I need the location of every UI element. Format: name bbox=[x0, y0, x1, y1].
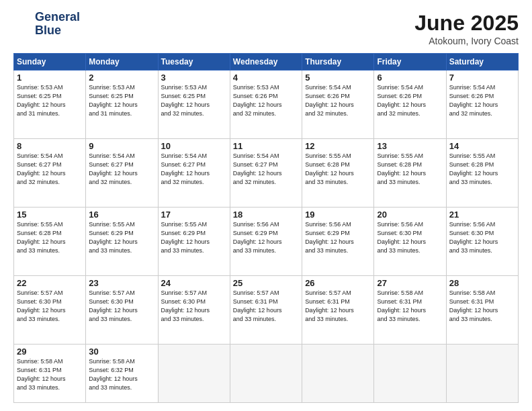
day-number: 9 bbox=[89, 141, 154, 151]
day-number: 30 bbox=[89, 347, 154, 357]
day-number: 16 bbox=[89, 210, 154, 220]
calendar-header-sunday: Sunday bbox=[14, 54, 86, 71]
calendar-day: 11Sunrise: 5:54 AM Sunset: 6:27 PM Dayli… bbox=[230, 138, 302, 207]
calendar-header-wednesday: Wednesday bbox=[230, 54, 302, 71]
calendar-day: 26Sunrise: 5:57 AM Sunset: 6:31 PM Dayli… bbox=[302, 275, 374, 344]
day-info: Sunrise: 5:55 AM Sunset: 6:28 PM Dayligh… bbox=[17, 220, 83, 255]
calendar-day: 27Sunrise: 5:58 AM Sunset: 6:31 PM Dayli… bbox=[374, 275, 446, 344]
calendar-day: 6Sunrise: 5:54 AM Sunset: 6:26 PM Daylig… bbox=[374, 71, 446, 139]
day-number: 13 bbox=[377, 141, 443, 151]
calendar-day: 10Sunrise: 5:54 AM Sunset: 6:27 PM Dayli… bbox=[158, 138, 230, 207]
logo-line1: General bbox=[35, 11, 80, 24]
day-number: 1 bbox=[17, 73, 83, 83]
day-number: 24 bbox=[161, 278, 227, 288]
calendar-header-tuesday: Tuesday bbox=[158, 54, 230, 71]
calendar-week-4: 22Sunrise: 5:57 AM Sunset: 6:30 PM Dayli… bbox=[14, 275, 519, 344]
day-info: Sunrise: 5:57 AM Sunset: 6:31 PM Dayligh… bbox=[305, 289, 371, 324]
calendar-day: 8Sunrise: 5:54 AM Sunset: 6:27 PM Daylig… bbox=[14, 138, 86, 207]
calendar-day: 13Sunrise: 5:55 AM Sunset: 6:28 PM Dayli… bbox=[374, 138, 446, 207]
day-number: 2 bbox=[89, 73, 154, 83]
day-number: 18 bbox=[233, 210, 299, 220]
day-number: 21 bbox=[449, 210, 515, 220]
day-info: Sunrise: 5:54 AM Sunset: 6:26 PM Dayligh… bbox=[377, 83, 443, 118]
calendar-day bbox=[302, 344, 374, 402]
calendar-day: 21Sunrise: 5:56 AM Sunset: 6:30 PM Dayli… bbox=[446, 207, 518, 275]
calendar-day: 28Sunrise: 5:58 AM Sunset: 6:31 PM Dayli… bbox=[446, 275, 518, 344]
day-info: Sunrise: 5:54 AM Sunset: 6:26 PM Dayligh… bbox=[305, 83, 371, 118]
day-info: Sunrise: 5:58 AM Sunset: 6:31 PM Dayligh… bbox=[449, 289, 515, 324]
day-info: Sunrise: 5:55 AM Sunset: 6:28 PM Dayligh… bbox=[305, 152, 371, 187]
day-info: Sunrise: 5:55 AM Sunset: 6:29 PM Dayligh… bbox=[89, 220, 154, 255]
day-info: Sunrise: 5:56 AM Sunset: 6:29 PM Dayligh… bbox=[305, 220, 371, 255]
logo-line2: Blue bbox=[35, 24, 80, 38]
day-number: 10 bbox=[161, 141, 227, 151]
calendar-week-3: 15Sunrise: 5:55 AM Sunset: 6:28 PM Dayli… bbox=[14, 207, 519, 275]
calendar-day bbox=[446, 344, 518, 402]
calendar-table: SundayMondayTuesdayWednesdayThursdayFrid… bbox=[13, 53, 519, 403]
calendar-day: 1Sunrise: 5:53 AM Sunset: 6:25 PM Daylig… bbox=[14, 71, 86, 139]
calendar-day: 2Sunrise: 5:53 AM Sunset: 6:25 PM Daylig… bbox=[86, 71, 158, 139]
day-number: 14 bbox=[449, 141, 515, 151]
day-info: Sunrise: 5:53 AM Sunset: 6:25 PM Dayligh… bbox=[17, 83, 83, 118]
calendar-day: 7Sunrise: 5:54 AM Sunset: 6:26 PM Daylig… bbox=[446, 71, 518, 139]
day-info: Sunrise: 5:57 AM Sunset: 6:30 PM Dayligh… bbox=[17, 289, 83, 324]
logo-text: General Blue bbox=[35, 11, 80, 38]
day-number: 5 bbox=[305, 73, 371, 83]
day-info: Sunrise: 5:58 AM Sunset: 6:32 PM Dayligh… bbox=[89, 357, 154, 392]
calendar-day: 29Sunrise: 5:58 AM Sunset: 6:31 PM Dayli… bbox=[14, 344, 86, 402]
calendar-day bbox=[158, 344, 230, 402]
day-info: Sunrise: 5:55 AM Sunset: 6:29 PM Dayligh… bbox=[161, 220, 227, 255]
calendar-week-5: 29Sunrise: 5:58 AM Sunset: 6:31 PM Dayli… bbox=[14, 344, 519, 402]
day-info: Sunrise: 5:56 AM Sunset: 6:30 PM Dayligh… bbox=[449, 220, 515, 255]
day-info: Sunrise: 5:57 AM Sunset: 6:31 PM Dayligh… bbox=[233, 289, 299, 324]
calendar-day: 19Sunrise: 5:56 AM Sunset: 6:29 PM Dayli… bbox=[302, 207, 374, 275]
day-info: Sunrise: 5:54 AM Sunset: 6:27 PM Dayligh… bbox=[89, 152, 154, 187]
subtitle: Atokoum, Ivory Coast bbox=[414, 36, 519, 46]
day-info: Sunrise: 5:56 AM Sunset: 6:29 PM Dayligh… bbox=[233, 220, 299, 255]
day-info: Sunrise: 5:57 AM Sunset: 6:30 PM Dayligh… bbox=[161, 289, 227, 324]
day-info: Sunrise: 5:53 AM Sunset: 6:25 PM Dayligh… bbox=[89, 83, 154, 118]
day-info: Sunrise: 5:55 AM Sunset: 6:28 PM Dayligh… bbox=[377, 152, 443, 187]
calendar-day: 14Sunrise: 5:55 AM Sunset: 6:28 PM Dayli… bbox=[446, 138, 518, 207]
calendar-day: 22Sunrise: 5:57 AM Sunset: 6:30 PM Dayli… bbox=[14, 275, 86, 344]
calendar-header-saturday: Saturday bbox=[446, 54, 518, 71]
calendar-day: 24Sunrise: 5:57 AM Sunset: 6:30 PM Dayli… bbox=[158, 275, 230, 344]
day-number: 19 bbox=[305, 210, 371, 220]
calendar-day: 4Sunrise: 5:53 AM Sunset: 6:26 PM Daylig… bbox=[230, 71, 302, 139]
calendar-day bbox=[374, 344, 446, 402]
page: General Blue June 2025 Atokoum, Ivory Co… bbox=[0, 0, 532, 411]
calendar-week-1: 1Sunrise: 5:53 AM Sunset: 6:25 PM Daylig… bbox=[14, 71, 519, 139]
calendar-day: 17Sunrise: 5:55 AM Sunset: 6:29 PM Dayli… bbox=[158, 207, 230, 275]
calendar-header-monday: Monday bbox=[86, 54, 158, 71]
day-number: 27 bbox=[377, 278, 443, 288]
day-info: Sunrise: 5:56 AM Sunset: 6:30 PM Dayligh… bbox=[377, 220, 443, 255]
day-number: 25 bbox=[233, 278, 299, 288]
calendar-day: 20Sunrise: 5:56 AM Sunset: 6:30 PM Dayli… bbox=[374, 207, 446, 275]
main-title: June 2025 bbox=[414, 11, 519, 36]
calendar-day: 9Sunrise: 5:54 AM Sunset: 6:27 PM Daylig… bbox=[86, 138, 158, 207]
day-info: Sunrise: 5:53 AM Sunset: 6:25 PM Dayligh… bbox=[161, 83, 227, 118]
calendar-day: 3Sunrise: 5:53 AM Sunset: 6:25 PM Daylig… bbox=[158, 71, 230, 139]
calendar-day: 30Sunrise: 5:58 AM Sunset: 6:32 PM Dayli… bbox=[86, 344, 158, 402]
day-number: 22 bbox=[17, 278, 83, 288]
day-number: 20 bbox=[377, 210, 443, 220]
calendar-day: 16Sunrise: 5:55 AM Sunset: 6:29 PM Dayli… bbox=[86, 207, 158, 275]
day-number: 6 bbox=[377, 73, 443, 83]
calendar-day: 25Sunrise: 5:57 AM Sunset: 6:31 PM Dayli… bbox=[230, 275, 302, 344]
header: General Blue June 2025 Atokoum, Ivory Co… bbox=[13, 11, 519, 46]
calendar-day: 15Sunrise: 5:55 AM Sunset: 6:28 PM Dayli… bbox=[14, 207, 86, 275]
calendar-day: 5Sunrise: 5:54 AM Sunset: 6:26 PM Daylig… bbox=[302, 71, 374, 139]
calendar-day: 18Sunrise: 5:56 AM Sunset: 6:29 PM Dayli… bbox=[230, 207, 302, 275]
day-info: Sunrise: 5:58 AM Sunset: 6:31 PM Dayligh… bbox=[17, 357, 83, 392]
logo-icon bbox=[13, 15, 32, 34]
day-info: Sunrise: 5:54 AM Sunset: 6:26 PM Dayligh… bbox=[449, 83, 515, 118]
day-number: 3 bbox=[161, 73, 227, 83]
day-info: Sunrise: 5:54 AM Sunset: 6:27 PM Dayligh… bbox=[233, 152, 299, 187]
day-info: Sunrise: 5:55 AM Sunset: 6:28 PM Dayligh… bbox=[449, 152, 515, 187]
logo: General Blue bbox=[13, 11, 80, 38]
day-info: Sunrise: 5:54 AM Sunset: 6:27 PM Dayligh… bbox=[161, 152, 227, 187]
day-info: Sunrise: 5:58 AM Sunset: 6:31 PM Dayligh… bbox=[377, 289, 443, 324]
calendar-day: 12Sunrise: 5:55 AM Sunset: 6:28 PM Dayli… bbox=[302, 138, 374, 207]
day-number: 26 bbox=[305, 278, 371, 288]
calendar-header-thursday: Thursday bbox=[302, 54, 374, 71]
